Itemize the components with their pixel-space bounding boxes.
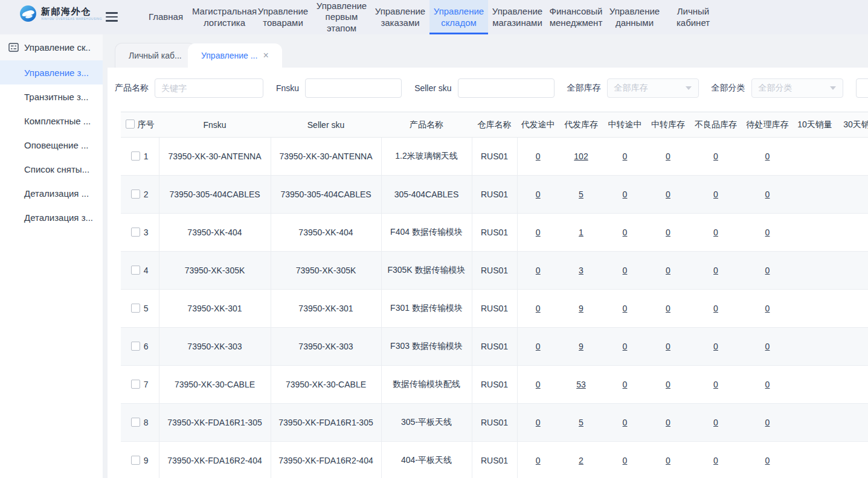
qty-link[interactable]: 5 xyxy=(579,418,583,427)
qty-link[interactable]: 0 xyxy=(666,342,670,351)
qty-link[interactable]: 0 xyxy=(623,342,628,351)
qty-link[interactable]: 0 xyxy=(765,304,770,313)
sidebar-item[interactable]: Список сняты... xyxy=(0,157,103,181)
qty-link[interactable]: 9 xyxy=(579,304,583,313)
row-checkbox[interactable] xyxy=(131,228,140,237)
qty-link[interactable]: 2 xyxy=(579,456,583,465)
qty-link[interactable]: 53 xyxy=(576,380,586,389)
sidebar-item[interactable]: Комплектные ... xyxy=(0,109,103,133)
tab[interactable]: Личный каб... xyxy=(115,43,196,68)
qty-link[interactable]: 0 xyxy=(713,266,718,275)
qty-link-cell: 0 xyxy=(646,366,690,404)
nav-item[interactable]: Управление товарами xyxy=(254,0,312,34)
sidebar-item[interactable]: Детализация з... xyxy=(0,205,103,229)
sidebar-section-header[interactable]: Управление ск.. xyxy=(0,34,103,60)
nav-item[interactable]: Управление магазинами xyxy=(488,0,547,34)
qty-link[interactable]: 0 xyxy=(666,380,670,389)
nav-item[interactable]: Личный кабинет xyxy=(664,0,722,34)
filter-input[interactable] xyxy=(305,78,402,98)
qty-link[interactable]: 0 xyxy=(666,456,670,465)
qty-link[interactable]: 0 xyxy=(536,304,541,313)
qty-link[interactable]: 0 xyxy=(765,151,770,161)
filter-select[interactable]: 全部库存 xyxy=(607,78,699,98)
qty-link[interactable]: 0 xyxy=(623,456,628,465)
qty-link[interactable]: 0 xyxy=(713,456,718,465)
filter-select[interactable]: 全部分类 xyxy=(751,78,843,98)
row-checkbox[interactable] xyxy=(131,304,140,313)
filter-label: Fnsku xyxy=(276,83,299,93)
nav-item[interactable]: Управление заказами xyxy=(371,0,429,34)
qty-link[interactable]: 0 xyxy=(713,418,718,427)
qty-link[interactable]: 1 xyxy=(579,228,583,237)
qty-link-cell: 0 xyxy=(742,138,793,176)
qty-link[interactable]: 0 xyxy=(765,266,770,275)
qty-link[interactable]: 102 xyxy=(574,151,588,161)
column-header: 代发途中 xyxy=(517,112,559,138)
qty-link[interactable]: 0 xyxy=(713,190,718,199)
qty-link[interactable]: 0 xyxy=(623,190,628,199)
menu-toggle-icon[interactable] xyxy=(106,12,118,22)
sidebar-item[interactable]: Транзитные з... xyxy=(0,84,103,109)
qty-link[interactable]: 0 xyxy=(765,380,770,389)
row-checkbox[interactable] xyxy=(131,266,140,275)
qty-link[interactable]: 0 xyxy=(623,151,628,161)
qty-link[interactable]: 0 xyxy=(536,228,541,237)
filter-input[interactable] xyxy=(155,78,263,98)
row-checkbox[interactable] xyxy=(131,342,140,351)
row-checkbox[interactable] xyxy=(131,456,140,465)
qty-link[interactable]: 0 xyxy=(666,418,670,427)
sidebar-item-active[interactable]: Управление з... xyxy=(0,60,103,84)
nav-item[interactable]: Главная xyxy=(137,0,195,34)
qty-link[interactable]: 0 xyxy=(765,418,770,427)
nav-item[interactable]: Управление данными xyxy=(605,0,664,34)
qty-link[interactable]: 0 xyxy=(765,190,770,199)
qty-link[interactable]: 0 xyxy=(713,304,718,313)
qty-link[interactable]: 0 xyxy=(623,304,628,313)
nav-item-active[interactable]: Управление складом xyxy=(429,0,488,34)
qty-link[interactable]: 0 xyxy=(623,418,628,427)
qty-link[interactable]: 0 xyxy=(713,228,718,237)
select-all-checkbox[interactable] xyxy=(126,119,135,129)
qty-link[interactable]: 9 xyxy=(579,342,583,351)
row-checkbox[interactable] xyxy=(131,380,140,389)
qty-link[interactable]: 0 xyxy=(666,190,670,199)
filter-input[interactable] xyxy=(458,78,555,98)
qty-link[interactable]: 0 xyxy=(666,266,670,275)
qty-link[interactable]: 0 xyxy=(623,380,628,389)
qty-link[interactable]: 0 xyxy=(536,456,541,465)
qty-link[interactable]: 3 xyxy=(579,266,583,275)
qty-link[interactable]: 0 xyxy=(713,151,718,161)
qty-link[interactable]: 0 xyxy=(536,342,541,351)
qty-link[interactable]: 0 xyxy=(713,380,718,389)
qty-link[interactable]: 0 xyxy=(536,380,541,389)
qty-link[interactable]: 0 xyxy=(623,266,628,275)
sidebar-item[interactable]: Детализация ... xyxy=(0,181,103,205)
row-checkbox[interactable] xyxy=(131,190,140,199)
filter-label: 全部库存 xyxy=(567,83,601,94)
qty-link[interactable]: 0 xyxy=(765,342,770,351)
row-checkbox[interactable] xyxy=(131,151,140,161)
nav-item[interactable]: Магистральная логистика xyxy=(195,0,254,34)
qty-link[interactable]: 0 xyxy=(623,228,628,237)
qty-link[interactable]: 0 xyxy=(765,228,770,237)
qty-link[interactable]: 0 xyxy=(666,228,670,237)
qty-link[interactable]: 0 xyxy=(666,151,670,161)
qty-link[interactable]: 0 xyxy=(536,151,541,161)
column-header-label: 序号 xyxy=(138,119,155,129)
qty-link[interactable]: 0 xyxy=(666,304,670,313)
nav-item[interactable]: Финансовый менеджмент xyxy=(547,0,605,34)
nav-item[interactable]: Управление первым этапом xyxy=(312,0,371,34)
qty-link[interactable]: 0 xyxy=(536,266,541,275)
row-checkbox[interactable] xyxy=(131,418,140,427)
tab-active[interactable]: Управление ...× xyxy=(188,43,282,68)
filter-input-partial[interactable] xyxy=(856,78,868,98)
qty-link[interactable]: 5 xyxy=(579,190,583,199)
seq-value: 4 xyxy=(144,266,149,275)
sidebar-item[interactable]: Оповещение ... xyxy=(0,133,103,157)
qty-link[interactable]: 0 xyxy=(536,190,541,199)
qty-link[interactable]: 0 xyxy=(713,342,718,351)
close-icon[interactable]: × xyxy=(263,51,268,60)
qty-link[interactable]: 0 xyxy=(536,418,541,427)
qty-link[interactable]: 0 xyxy=(765,456,770,465)
qty-link-cell: 0 xyxy=(517,328,559,366)
